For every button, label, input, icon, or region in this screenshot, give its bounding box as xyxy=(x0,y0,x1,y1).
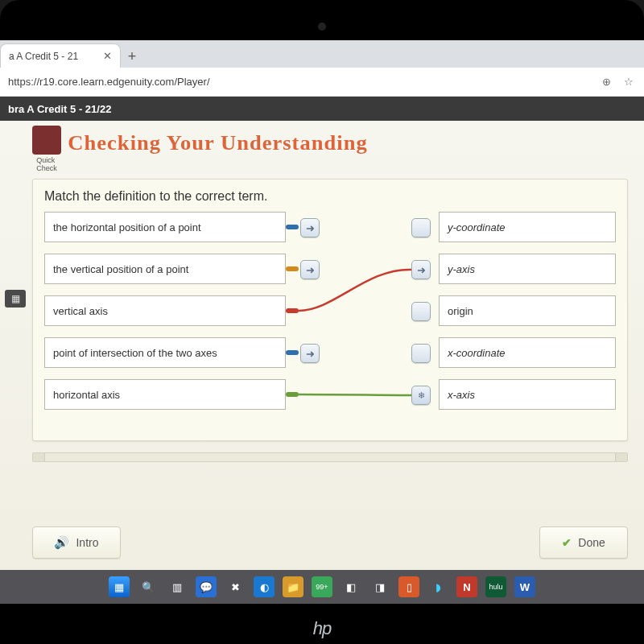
start-icon[interactable]: ▦ xyxy=(109,576,130,597)
file-explorer-icon[interactable]: 📁 xyxy=(283,576,303,597)
new-tab-button[interactable]: + xyxy=(121,45,143,68)
intro-button-label: Intro xyxy=(76,536,98,549)
quick-check-badge xyxy=(32,126,61,155)
browser-tabstrip: a A Credit 5 - 21 ✕ + xyxy=(0,40,644,68)
app-icon[interactable]: ◨ xyxy=(369,576,390,597)
page-header: Quick Check Checking Your Understanding xyxy=(32,124,644,179)
favorite-icon[interactable]: ☆ xyxy=(621,75,636,89)
drop-socket-snowflake-icon[interactable]: ❄ xyxy=(411,386,431,405)
drag-plug-icon[interactable]: ➜ xyxy=(300,344,320,363)
connector-stub xyxy=(286,308,299,313)
definition-box[interactable]: horizontal axis xyxy=(44,379,286,410)
windows-taskbar[interactable]: ▦ 🔍 ▥ 💬 ✖ ◐ 📁 99+ ◧ ◨ ▯ ◗ N hulu W xyxy=(0,570,644,604)
connector-stub xyxy=(286,350,299,355)
close-icon[interactable]: ✕ xyxy=(103,50,112,62)
speaker-icon: 🔊 xyxy=(54,535,69,550)
laptop-bezel: a A Credit 5 - 21 ✕ + https://r19.core.l… xyxy=(0,0,644,644)
search-icon[interactable]: 🔍 xyxy=(138,576,159,597)
checkmark-icon: ✔ xyxy=(562,536,572,549)
hulu-icon[interactable]: hulu xyxy=(485,576,506,597)
terms-column: y-coordinate y-axis origin x-coordinate … xyxy=(439,212,616,410)
intro-button[interactable]: 🔊 Intro xyxy=(32,526,121,559)
definition-box[interactable]: point of intersection of the two axes xyxy=(44,337,286,368)
definition-box[interactable]: the vertical position of a point xyxy=(44,254,286,284)
url-text[interactable]: https://r19.core.learn.edgenuity.com/Pla… xyxy=(8,76,591,88)
screen: a A Credit 5 - 21 ✕ + https://r19.core.l… xyxy=(0,40,644,604)
horizontal-scrollbar[interactable] xyxy=(32,452,628,462)
activity-panel: Match the definition to the correct term… xyxy=(32,179,628,441)
app-icon[interactable]: ▯ xyxy=(398,576,419,597)
tab-title: a A Credit 5 - 21 xyxy=(9,51,78,62)
definitions-column: the horizontal position of a point the v… xyxy=(44,212,286,410)
matching-area[interactable]: the horizontal position of a point the v… xyxy=(44,212,616,429)
term-box[interactable]: y-coordinate xyxy=(439,212,616,242)
activity-footer: 🔊 Intro ✔ Done xyxy=(32,526,628,559)
sidebar-tool-icon[interactable]: ▦ xyxy=(5,290,26,308)
app-icon[interactable]: ◧ xyxy=(341,576,361,597)
connector-stub xyxy=(286,225,299,229)
quick-check-label: Quick Check xyxy=(36,156,57,172)
zoom-icon[interactable]: ⊕ xyxy=(599,75,613,89)
drag-plug-icon[interactable]: ➜ xyxy=(300,260,320,279)
page-title: Checking Your Understanding xyxy=(68,131,367,155)
course-title-bar: bra A Credit 5 - 21/22 xyxy=(0,97,644,121)
connector-stub xyxy=(286,392,299,397)
drop-socket-icon[interactable] xyxy=(411,218,431,237)
connector-stub xyxy=(286,266,299,271)
term-box[interactable]: x-axis xyxy=(439,379,616,410)
drop-socket-icon[interactable]: ➜ xyxy=(411,260,431,279)
hp-logo: hp xyxy=(313,618,331,639)
done-button[interactable]: ✔ Done xyxy=(539,526,628,559)
instruction-text: Match the definition to the correct term… xyxy=(44,189,616,204)
chat-icon[interactable]: 💬 xyxy=(196,576,217,597)
drop-socket-icon[interactable] xyxy=(411,344,431,363)
done-button-label: Done xyxy=(578,536,605,549)
term-box[interactable]: origin xyxy=(439,295,616,326)
app-icon[interactable]: ✖ xyxy=(225,576,246,597)
definition-box[interactable]: vertical axis xyxy=(44,295,286,326)
drop-socket-icon[interactable] xyxy=(411,302,431,321)
app-icon[interactable]: ◗ xyxy=(427,576,448,597)
edge-icon[interactable]: ◐ xyxy=(254,576,275,597)
word-icon[interactable]: W xyxy=(514,576,535,597)
notification-badge[interactable]: 99+ xyxy=(312,576,332,597)
course-title: bra A Credit 5 - 21/22 xyxy=(8,103,111,115)
netflix-icon[interactable]: N xyxy=(456,576,477,597)
definition-box[interactable]: the horizontal position of a point xyxy=(44,212,286,242)
term-box[interactable]: y-axis xyxy=(439,254,616,284)
webcam xyxy=(318,23,326,31)
task-view-icon[interactable]: ▥ xyxy=(167,576,188,597)
browser-tab-active[interactable]: a A Credit 5 - 21 ✕ xyxy=(0,43,121,68)
browser-address-bar: https://r19.core.learn.edgenuity.com/Pla… xyxy=(0,68,644,97)
term-box[interactable]: x-coordinate xyxy=(439,337,616,368)
drag-plug-icon[interactable]: ➜ xyxy=(300,218,320,237)
lesson-page: ▦ Quick Check Checking Your Understandin… xyxy=(0,121,644,604)
